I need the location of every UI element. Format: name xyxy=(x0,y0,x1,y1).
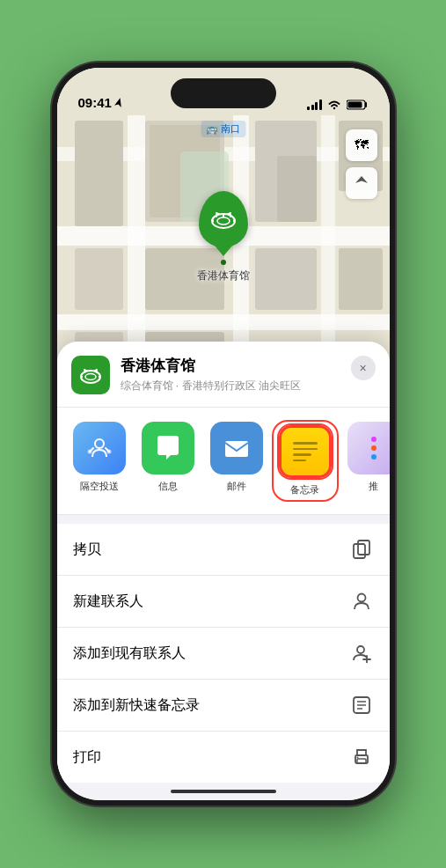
mail-label: 邮件 xyxy=(227,480,246,493)
notes-icon-wrap xyxy=(279,425,332,478)
add-notes-icon xyxy=(349,693,374,717)
svg-point-32 xyxy=(85,374,96,380)
venue-logo xyxy=(71,356,110,394)
person-add-svg-icon xyxy=(352,644,371,663)
copy-svg-icon xyxy=(352,540,371,559)
svg-point-55 xyxy=(356,757,358,759)
bus-icon: 🚌 xyxy=(206,123,218,135)
svg-rect-17 xyxy=(339,248,383,310)
svg-rect-14 xyxy=(75,248,123,310)
status-icons xyxy=(307,99,369,110)
phone-screen: 09:41 xyxy=(57,68,390,800)
svg-point-41 xyxy=(106,450,111,454)
airdrop-icon-wrap xyxy=(73,422,126,474)
signal-bars-icon xyxy=(307,99,322,110)
map-label: 🚌 南口 xyxy=(201,121,245,137)
more-label: 推 xyxy=(369,480,378,493)
marker-pin xyxy=(199,191,248,247)
new-contact-icon xyxy=(349,589,374,614)
svg-rect-9 xyxy=(75,121,123,226)
location-arrow-icon xyxy=(354,175,369,191)
phone-frame: 09:41 xyxy=(52,63,395,805)
new-contact-action[interactable]: 新建联系人 xyxy=(57,576,390,628)
add-existing-label: 添加到现有联系人 xyxy=(73,644,186,663)
venue-map-label: 香港体育馆 xyxy=(197,268,250,283)
messages-icon-wrap xyxy=(142,422,194,474)
share-item-notes[interactable]: 备忘录 xyxy=(274,422,337,500)
new-contact-label: 新建联系人 xyxy=(73,592,143,611)
svg-rect-4 xyxy=(57,314,390,330)
location-button[interactable] xyxy=(346,167,377,199)
dynamic-island xyxy=(171,78,276,108)
copy-label: 拷贝 xyxy=(73,541,101,559)
location-arrow-icon xyxy=(114,98,123,108)
venue-header: 香港体育馆 综合体育馆 · 香港特别行政区 油尖旺区 × xyxy=(57,342,390,408)
bottom-sheet: 香港体育馆 综合体育馆 · 香港特别行政区 油尖旺区 × xyxy=(57,342,390,800)
share-item-messages[interactable]: 信息 xyxy=(136,422,200,500)
venue-subtitle: 综合体育馆 · 香港特别行政区 油尖旺区 xyxy=(121,379,340,394)
map-icon: 🗺 xyxy=(355,137,369,153)
map-view-toggle-button[interactable]: 🗺 xyxy=(346,129,377,161)
person-svg-icon xyxy=(352,592,371,611)
venue-marker: 香港体育馆 xyxy=(197,191,250,283)
print-action[interactable]: 打印 xyxy=(57,732,390,783)
share-item-mail[interactable]: 邮件 xyxy=(205,422,268,500)
svg-point-40 xyxy=(87,450,91,454)
print-label: 打印 xyxy=(73,748,101,767)
svg-rect-44 xyxy=(354,544,365,558)
mail-icon xyxy=(222,433,252,463)
svg-rect-42 xyxy=(225,441,248,457)
copy-icon xyxy=(349,537,374,562)
action-list: 拷贝 新建联系人 xyxy=(57,524,390,783)
stadium-icon xyxy=(209,205,238,233)
notes-alt-svg-icon xyxy=(352,695,371,715)
notes-label: 备忘录 xyxy=(290,483,319,497)
notes-lines-icon xyxy=(293,442,318,461)
messages-label: 信息 xyxy=(158,480,178,493)
share-actions-row: 隔空投送 信息 xyxy=(57,408,390,515)
messages-icon xyxy=(153,433,183,463)
add-existing-icon xyxy=(349,641,374,666)
more-dots-icon xyxy=(371,437,377,460)
svg-rect-54 xyxy=(357,759,366,763)
share-item-airdrop[interactable]: 隔空投送 xyxy=(68,422,131,500)
add-existing-action[interactable]: 添加到现有联系人 xyxy=(57,628,390,680)
svg-point-23 xyxy=(217,217,230,224)
airdrop-icon xyxy=(85,434,113,462)
svg-point-45 xyxy=(357,594,365,602)
map-controls[interactable]: 🗺 xyxy=(346,129,377,199)
home-indicator xyxy=(171,790,276,793)
svg-point-39 xyxy=(95,439,104,448)
close-button[interactable]: × xyxy=(351,356,376,380)
svg-rect-43 xyxy=(358,541,369,555)
marker-dot xyxy=(221,260,226,265)
airdrop-label: 隔空投送 xyxy=(80,480,119,493)
venue-name: 香港体育馆 xyxy=(121,356,340,376)
print-icon xyxy=(349,745,374,769)
printer-svg-icon xyxy=(352,747,371,767)
svg-rect-21 xyxy=(277,156,317,222)
status-time: 09:41 xyxy=(78,95,123,110)
add-notes-action[interactable]: 添加到新快速备忘录 xyxy=(57,680,390,732)
svg-rect-1 xyxy=(347,102,362,108)
svg-rect-16 xyxy=(255,248,317,310)
wifi-icon xyxy=(327,99,341,110)
svg-point-46 xyxy=(357,646,364,653)
mail-icon-wrap xyxy=(210,422,263,474)
copy-action[interactable]: 拷贝 xyxy=(57,524,390,576)
share-item-more[interactable]: 推 xyxy=(342,422,390,500)
venue-info: 香港体育馆 综合体育馆 · 香港特别行政区 油尖旺区 xyxy=(121,356,340,394)
add-notes-label: 添加到新快速备忘录 xyxy=(73,696,200,715)
venue-logo-icon xyxy=(78,363,103,387)
more-icon-wrap xyxy=(347,422,390,474)
battery-icon xyxy=(347,99,369,110)
